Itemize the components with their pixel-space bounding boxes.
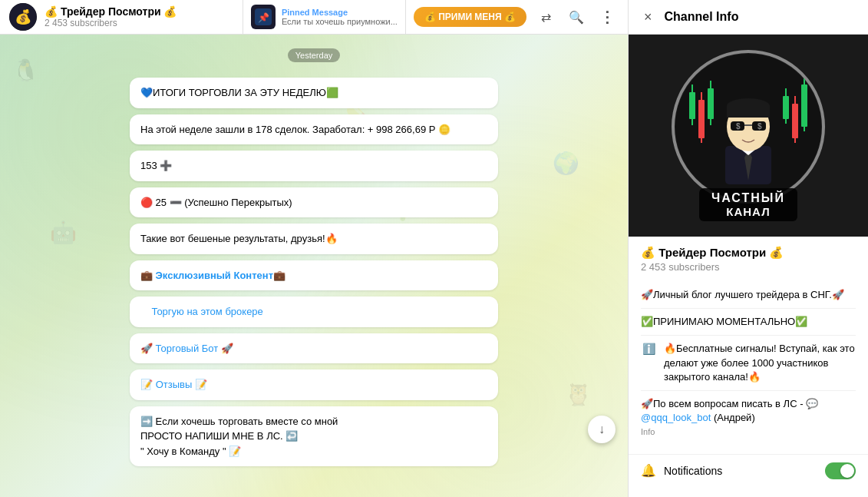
message-text: Торгую на этом брокере <box>140 304 487 320</box>
channel-header-info[interactable]: 💰 Трейдер Посмотри 💰 2 453 subscribers <box>45 5 235 28</box>
list-item: 🚀 Торговый Бот 🚀 <box>130 333 498 364</box>
trader-avatar-svg: $ $ <box>675 54 821 200</box>
info-item-text: 🔥Бесплатные сигналы! Вступай, как это де… <box>664 342 856 384</box>
svg-rect-6 <box>691 84 693 94</box>
list-item: 💙ИТОГИ ТОРГОВЛИ ЗА ЭТУ НЕДЕЛЮ🟩 <box>130 78 498 108</box>
list-item: 🚀По всем вопросам писать в ЛС - 💬 @qqq_l… <box>641 391 856 445</box>
message-text: 🔴 25 ➖ (Успешно Перекрытых) <box>140 195 487 210</box>
info-icon: ℹ️ <box>641 343 656 358</box>
svg-rect-8 <box>698 100 705 138</box>
message-text: Такие вот бешеные результаты, друзья!🔥 <box>140 231 487 247</box>
list-item: 🔴 25 ➖ (Успешно Перекрытых) <box>130 187 498 218</box>
channel-name-badge: ЧАСТНЫЙ КАНАЛ <box>699 188 797 221</box>
channel-title: 💰 Трейдер Посмотри 💰 <box>45 5 235 18</box>
channel-info-panel: × Channel Info <box>628 0 868 497</box>
message-text: 🚀 Торговый Бот 🚀 <box>140 341 487 356</box>
svg-rect-10 <box>701 137 702 143</box>
bell-icon: 🔔 <box>641 463 656 478</box>
svg-rect-14 <box>783 96 789 119</box>
list-item: ℹ️ 🔥Бесплатные сигналы! Вступай, как это… <box>641 336 856 391</box>
info-panel-title: Channel Info <box>665 10 739 24</box>
filter-button[interactable]: ⇄ <box>534 5 557 28</box>
info-item-text: 🚀По всем вопросам писать в ЛС - 💬 @qqq_l… <box>641 397 856 439</box>
close-info-button[interactable]: × <box>641 6 655 28</box>
pinned-text-area: Pinned Message Если ты хочешь приумножи.… <box>282 8 398 26</box>
close-icon: × <box>644 9 652 25</box>
scroll-to-bottom-button[interactable]: ↓ <box>588 416 616 443</box>
svg-rect-17 <box>792 104 798 138</box>
channel-avatar[interactable]: 💰 <box>9 3 37 31</box>
message-text: 💙ИТОГИ ТОРГОВЛИ ЗА ЭТУ НЕДЕЛЮ🟩 <box>140 85 487 101</box>
svg-text:$: $ <box>757 122 762 131</box>
channel-big-avatar: $ $ <box>672 50 825 204</box>
filter-icon: ⇄ <box>541 10 551 25</box>
list-item: На этой неделе зашли в 178 сделок. Зараб… <box>130 114 498 145</box>
list-item: Такие вот бешеные результаты, друзья!🔥 <box>130 224 498 254</box>
svg-rect-13 <box>710 118 711 125</box>
list-item: ✅ПРИНИМАЮ МОМЕНТАЛЬНО✅ <box>641 309 856 336</box>
svg-rect-15 <box>785 88 787 98</box>
svg-rect-21 <box>804 77 805 86</box>
svg-rect-22 <box>804 125 805 131</box>
message-text: На этой неделе зашли в 178 сделок. Зараб… <box>140 122 487 138</box>
svg-rect-5 <box>689 92 695 119</box>
svg-rect-20 <box>801 84 807 127</box>
notifications-label: Notifications <box>664 465 817 477</box>
pinned-icon: 📌 <box>251 5 276 29</box>
list-item: Торгую на этом брокере <box>130 297 498 327</box>
svg-text:💰: 💰 <box>15 8 32 25</box>
broker-link[interactable]: Торгую на этом брокере <box>149 306 263 317</box>
svg-text:📌: 📌 <box>257 12 269 23</box>
search-button[interactable]: 🔍 <box>565 5 588 28</box>
info-label: Info <box>641 426 856 438</box>
reviews-link[interactable]: Отзывы <box>156 379 193 390</box>
badge-line2: КАНАЛ <box>711 205 785 218</box>
svg-rect-9 <box>701 92 702 101</box>
messages-area[interactable]: Yesterday ИТОГИ недели 💙ИТОГИ ТОРГОВЛИ З… <box>0 35 628 497</box>
channel-avatar-section: $ $ ЧАСТНЫЙ КАНАЛ <box>629 35 868 237</box>
contact-link[interactable]: @qqq_look_bot <box>641 412 711 423</box>
svg-rect-11 <box>708 88 714 119</box>
svg-rect-18 <box>794 96 796 105</box>
chat-background: 🐧 💊 🌍 🤖 🎸 ☕ 🦉 🎭 ⚡ 🌵 Yesterday ИТОГИ неде… <box>0 35 628 497</box>
svg-text:$: $ <box>736 122 741 131</box>
list-item: 📝 Отзывы 📝 <box>130 369 498 400</box>
list-item: 🚀Личный блог лучшего трейдера в СНГ.🚀 <box>641 282 856 309</box>
info-channel-subs: 2 453 subscribers <box>641 261 856 273</box>
more-button[interactable]: ⋮ <box>596 5 619 28</box>
date-badge: Yesterday <box>288 48 341 62</box>
pinned-label: Pinned Message <box>282 8 398 17</box>
message-text: 💼 Эксклюзивный Контент💼 <box>140 268 487 283</box>
notifications-toggle[interactable] <box>825 462 856 479</box>
info-item-text: 🚀Личный блог лучшего трейдера в СНГ.🚀 <box>641 288 856 302</box>
info-channel-name: 💰 Трейдер Посмотри 💰 <box>641 246 856 260</box>
svg-rect-34 <box>727 106 770 118</box>
message-text: 📝 Отзывы 📝 <box>140 377 487 393</box>
message-text: 153 ➕ <box>140 158 487 174</box>
info-item-text: ✅ПРИНИМАЮ МОМЕНТАЛЬНО✅ <box>641 315 856 329</box>
badge-line1: ЧАСТНЫЙ <box>711 191 785 205</box>
more-icon: ⋮ <box>599 8 615 26</box>
list-item: 153 ➕ <box>130 151 498 181</box>
channel-info-details: 💰 Трейдер Посмотри 💰 2 453 subscribers 🚀… <box>629 237 868 454</box>
svg-rect-12 <box>710 81 711 90</box>
svg-rect-7 <box>691 118 693 125</box>
list-item: ➡️ Если хочешь торговать вместе со мной … <box>130 406 498 467</box>
join-button[interactable]: 💰 ПРИМИ МЕНЯ 💰 <box>414 7 526 27</box>
search-icon: 🔍 <box>569 10 584 25</box>
list-item: 💼 Эксклюзивный Контент💼 <box>130 260 498 291</box>
pinned-preview: Если ты хочешь приумножи... <box>282 17 398 26</box>
svg-rect-19 <box>794 137 796 143</box>
pinned-message-area[interactable]: 📌 Pinned Message Если ты хочешь приумнож… <box>243 0 406 34</box>
message-text: ➡️ Если хочешь торговать вместе со мной … <box>140 414 487 459</box>
notifications-row: 🔔 Notifications <box>629 454 868 487</box>
chat-header: 💰 💰 Трейдер Посмотри 💰 2 453 subscribers… <box>0 0 628 35</box>
channel-subscribers: 2 453 subscribers <box>45 18 235 28</box>
svg-rect-16 <box>785 118 787 124</box>
info-panel-header: × Channel Info <box>629 0 868 35</box>
scroll-down-icon: ↓ <box>599 422 605 436</box>
chat-panel: 💰 💰 Трейдер Посмотри 💰 2 453 subscribers… <box>0 0 628 497</box>
